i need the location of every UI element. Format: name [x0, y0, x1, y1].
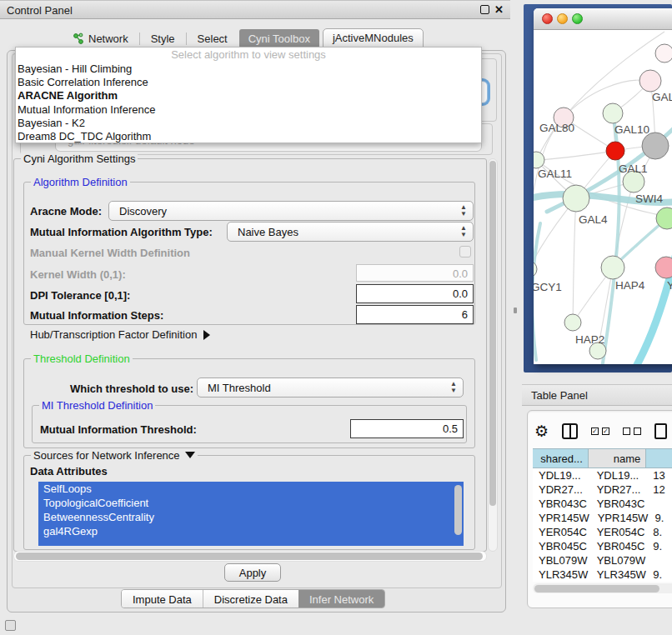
- algorithm-definition-title: Algorithm Definition: [31, 176, 130, 188]
- attribute-list-item[interactable]: gal4RGexp: [38, 524, 464, 538]
- network-icon: [73, 32, 84, 45]
- node-hap4[interactable]: [601, 256, 624, 279]
- node[interactable]: [655, 44, 672, 62]
- threshold-definition-title: Threshold Definition: [31, 352, 133, 365]
- attribute-list-item[interactable]: SelfLoops: [38, 482, 464, 496]
- table-cell: 8.: [646, 525, 672, 539]
- table-row[interactable]: YBR043CYBR043C: [533, 497, 672, 511]
- table-horizontal-scrollbar[interactable]: [533, 583, 672, 593]
- table-row[interactable]: YBL079WYBL079W: [533, 553, 672, 568]
- node-gal[interactable]: [639, 70, 661, 92]
- column-header-name[interactable]: name: [589, 449, 647, 468]
- dropdown-item[interactable]: Bayesian - Hill Climbing: [16, 62, 481, 76]
- table-cell: [646, 553, 672, 568]
- table-cell: YBL079W: [589, 553, 647, 568]
- hub-definition-expander[interactable]: Hub/Transcription Factor Definition: [30, 328, 210, 341]
- network-window[interactable]: GAL GAL80 GAL10 GAL1 GAL11 SWI4 GAL4 GCY…: [534, 8, 672, 364]
- table-row[interactable]: YER054CYER054C8.: [533, 525, 672, 539]
- node-gal4[interactable]: [563, 185, 589, 212]
- zoom-traffic-light-icon[interactable]: [572, 13, 583, 24]
- node-pink[interactable]: [655, 257, 672, 278]
- table-panel: ⚙ ✓✓ shared... name YDL19...YDL19...13YD…: [527, 410, 672, 608]
- table-cell: YLR345W: [589, 568, 647, 582]
- kernel-width-input[interactable]: 0.0: [356, 264, 474, 282]
- tab-style[interactable]: Style: [148, 30, 178, 48]
- column-header-shared-name[interactable]: shared...: [533, 449, 589, 468]
- which-threshold-combobox[interactable]: MI Threshold ▲▼: [197, 378, 464, 398]
- attribute-list-item[interactable]: BetweennessCentrality: [38, 510, 464, 524]
- table-cell: YDR27...: [533, 482, 589, 497]
- dropdown-item[interactable]: Basic Correlation Inference: [16, 76, 481, 89]
- table-panel-title: Table Panel: [531, 389, 588, 402]
- aracne-mode-label: Aracne Mode:: [30, 205, 102, 218]
- table-toolbar: ⚙ ✓✓: [534, 419, 667, 442]
- dock-panel-icon[interactable]: [5, 620, 16, 631]
- table-panel-titlebar: Table Panel: [522, 384, 672, 406]
- dpi-tolerance-input[interactable]: 0.0: [356, 284, 474, 303]
- node-label: GAL11: [538, 168, 572, 180]
- dropdown-item[interactable]: Bayesian - K2: [16, 117, 481, 130]
- export-table-icon[interactable]: [654, 423, 667, 439]
- node-red-selected[interactable]: [606, 142, 624, 160]
- list-scrollbar[interactable]: [454, 485, 462, 535]
- aracne-mode-combobox[interactable]: Discovery ▲▼: [108, 201, 474, 221]
- scrollbar-thumb[interactable]: [16, 552, 483, 560]
- pane-resize-handle[interactable]: [514, 308, 517, 313]
- table-row[interactable]: YPR145WYPR145W9.: [533, 511, 672, 525]
- table-cell: YER054C: [589, 525, 647, 539]
- close-traffic-light-icon[interactable]: [542, 13, 553, 24]
- node-label: SWI4: [635, 192, 663, 205]
- split-view-icon[interactable]: [562, 423, 578, 439]
- close-icon[interactable]: ✕: [494, 3, 504, 16]
- column-header[interactable]: [646, 449, 672, 468]
- control-panel-title: Control Panel: [7, 4, 73, 17]
- table-row[interactable]: YDL19...YDL19...13: [533, 468, 672, 482]
- dropdown-placeholder: Select algorithm to view settings: [16, 48, 481, 62]
- network-canvas[interactable]: GAL GAL80 GAL10 GAL1 GAL11 SWI4 GAL4 GCY…: [534, 30, 672, 364]
- manual-kernel-label: Manual Kernel Width Definition: [30, 247, 190, 259]
- scrollbar-thumb[interactable]: [534, 585, 659, 592]
- hub-definition-label: Hub/Transcription Factor Definition: [30, 328, 197, 341]
- minimize-traffic-light-icon[interactable]: [557, 13, 568, 24]
- attribute-list-item[interactable]: TopologicalCoefficient: [38, 496, 464, 510]
- table-row[interactable]: YLR345WYLR345W9.: [533, 568, 672, 582]
- sources-title[interactable]: Sources for Network Inference: [31, 449, 198, 462]
- table-cell: YBR045C: [533, 539, 589, 553]
- node-label: HAP4: [615, 279, 645, 292]
- float-window-icon[interactable]: [480, 5, 489, 14]
- network-window-titlebar[interactable]: [534, 8, 672, 30]
- tab-infer-network[interactable]: Infer Network: [298, 590, 384, 608]
- mi-steps-input[interactable]: 6: [356, 305, 474, 324]
- tab-network[interactable]: Network: [70, 30, 132, 48]
- manual-kernel-checkbox[interactable]: [459, 246, 471, 258]
- deselect-all-columns-icon[interactable]: [623, 428, 641, 435]
- apply-button[interactable]: Apply: [224, 563, 281, 582]
- mi-threshold-label: Mutual Information Threshold:: [40, 423, 197, 436]
- dropdown-item[interactable]: Mutual Information Inference: [16, 103, 481, 117]
- mi-type-combobox[interactable]: Naive Bayes ▲▼: [227, 222, 474, 242]
- node-label: GAL4: [579, 213, 608, 226]
- mi-threshold-input[interactable]: 0.5: [350, 419, 464, 438]
- node-gal10[interactable]: [603, 103, 623, 123]
- sources-title-label: Sources for Network Inference: [33, 449, 180, 462]
- table-cell: YDL19...: [589, 468, 647, 482]
- node-gray[interactable]: [642, 132, 669, 159]
- table-cell: 9.: [646, 539, 672, 553]
- dropdown-item-selected[interactable]: ARACNE Algorithm: [16, 89, 481, 102]
- tab-impute-data[interactable]: Impute Data: [122, 590, 203, 608]
- table-header-row: shared... name: [533, 448, 672, 468]
- dropdown-item[interactable]: Dream8 DC_TDC Algorithm: [16, 130, 481, 143]
- node-hap2[interactable]: [564, 314, 581, 331]
- table-row[interactable]: YDR27...YDR27...12: [533, 482, 672, 497]
- select-all-columns-icon[interactable]: ✓✓: [591, 428, 609, 435]
- scrollbar-thumb[interactable]: [489, 161, 496, 506]
- tab-cyni-toolbox[interactable]: Cyni Toolbox: [239, 29, 319, 48]
- table-row[interactable]: YBR045CYBR045C9.: [533, 539, 672, 553]
- gear-icon[interactable]: ⚙: [534, 422, 549, 441]
- tab-jactivemnodules[interactable]: jActiveMNodules: [323, 28, 424, 49]
- node-table: shared... name YDL19...YDL19...13YDR27..…: [533, 448, 672, 582]
- tab-discretize-data[interactable]: Discretize Data: [203, 590, 298, 608]
- tab-select[interactable]: Select: [194, 30, 231, 48]
- settings-vertical-scrollbar[interactable]: [488, 158, 498, 552]
- settings-horizontal-scrollbar[interactable]: [13, 551, 487, 562]
